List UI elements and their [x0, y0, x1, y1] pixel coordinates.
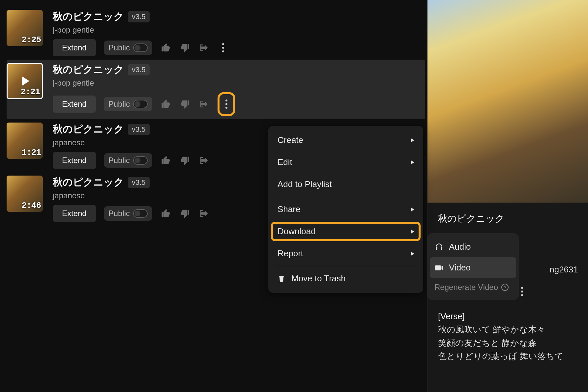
- thumbs-up-icon[interactable]: [160, 98, 171, 110]
- song-thumbnail[interactable]: 1:21: [7, 123, 43, 159]
- lyrics-block: [Verse] 秋の風吹いて 鮮やかな木々 笑顔の友だちと 静かな森 色とりどり…: [438, 310, 588, 363]
- song-tags: j-pop gentle: [53, 78, 235, 88]
- download-submenu: Audio Video Regenerate Video ?: [427, 233, 519, 300]
- version-badge: v3.5: [128, 64, 150, 75]
- chevron-right-icon: [411, 207, 414, 212]
- song-tags: japanese: [53, 191, 210, 200]
- detail-panel: 秋のピクニック ng2631 [Verse] 秋の風吹いて 鮮やかな木々 笑顔の…: [427, 0, 588, 392]
- thumbs-down-icon[interactable]: [179, 155, 191, 166]
- video-icon: [434, 263, 444, 272]
- chevron-right-icon: [411, 251, 414, 256]
- duration-label: 2:46: [22, 201, 41, 210]
- menu-create[interactable]: Create: [268, 129, 423, 151]
- submenu-audio[interactable]: Audio: [427, 237, 519, 257]
- chevron-right-icon: [411, 138, 414, 143]
- version-badge: v3.5: [128, 124, 150, 135]
- more-button-highlighted[interactable]: [218, 92, 235, 116]
- submenu-video-hovered[interactable]: Video: [430, 257, 516, 278]
- public-toggle[interactable]: Public: [104, 97, 152, 111]
- duration-label: 1:21: [22, 148, 41, 157]
- chevron-right-icon: [411, 160, 414, 165]
- menu-separator: [276, 197, 416, 197]
- duration-label: 2:21: [21, 87, 40, 97]
- version-badge: v3.5: [128, 177, 150, 188]
- share-icon[interactable]: [198, 208, 210, 219]
- toggle-switch-icon[interactable]: [133, 43, 148, 52]
- context-menu: Create Edit Add to Playlist Share Downlo…: [268, 126, 423, 293]
- share-icon[interactable]: [198, 98, 210, 110]
- lyrics-line: 笑顔の友だちと 静かな森: [438, 336, 588, 350]
- detail-title: 秋のピクニック: [438, 212, 588, 225]
- song-thumbnail[interactable]: 2:25: [7, 10, 43, 46]
- song-tags: japanese: [53, 138, 210, 147]
- extend-button[interactable]: Extend: [53, 96, 96, 113]
- version-badge: v3.5: [128, 11, 150, 22]
- detail-cover-image: [427, 0, 588, 203]
- thumbs-down-icon[interactable]: [179, 98, 191, 110]
- menu-separator: [276, 266, 416, 266]
- public-toggle[interactable]: Public: [104, 153, 152, 168]
- thumbs-up-icon[interactable]: [160, 42, 171, 53]
- song-item[interactable]: 2:25 秋のピクニック v3.5 j-pop gentle Extend Pu…: [7, 7, 425, 60]
- submenu-regenerate[interactable]: Regenerate Video ?: [427, 278, 519, 296]
- menu-download-highlighted[interactable]: Download: [268, 220, 423, 242]
- thumbs-up-icon[interactable]: [160, 208, 171, 219]
- menu-edit[interactable]: Edit: [268, 151, 423, 173]
- public-toggle[interactable]: Public: [104, 41, 152, 55]
- lyrics-line: 秋の風吹いて 鮮やかな木々: [438, 323, 588, 336]
- thumbs-down-icon[interactable]: [179, 42, 191, 53]
- song-title: 秋のピクニック: [53, 123, 124, 136]
- menu-share[interactable]: Share: [268, 198, 423, 220]
- song-thumbnail[interactable]: 2:21: [7, 63, 43, 99]
- song-thumbnail[interactable]: 2:46: [7, 176, 43, 212]
- song-tags: j-pop gentle: [53, 25, 229, 35]
- trash-icon: [278, 274, 285, 283]
- toggle-switch-icon[interactable]: [133, 156, 148, 165]
- song-title: 秋のピクニック: [53, 10, 124, 23]
- share-icon[interactable]: [198, 42, 210, 53]
- extend-button[interactable]: Extend: [53, 39, 96, 56]
- toggle-switch-icon[interactable]: [133, 209, 148, 218]
- menu-trash[interactable]: Move to Trash: [268, 267, 423, 290]
- headphones-icon: [434, 242, 444, 252]
- thumbs-up-icon[interactable]: [160, 155, 171, 166]
- chevron-right-icon: [411, 229, 414, 234]
- song-title: 秋のピクニック: [53, 176, 124, 189]
- song-item-selected[interactable]: 2:21 秋のピクニック v3.5 j-pop gentle Extend Pu…: [7, 60, 425, 119]
- thumbs-down-icon[interactable]: [179, 208, 191, 219]
- more-icon[interactable]: [218, 42, 229, 53]
- duration-label: 2:25: [22, 35, 41, 45]
- extend-button[interactable]: Extend: [53, 205, 96, 222]
- toggle-switch-icon[interactable]: [133, 100, 148, 108]
- share-icon[interactable]: [198, 155, 210, 166]
- extend-button[interactable]: Extend: [53, 152, 96, 169]
- help-icon: ?: [501, 284, 509, 291]
- lyrics-line: 色とりどりの葉っぱ 舞い落ちて: [438, 350, 588, 363]
- lyrics-section-header: [Verse]: [438, 310, 588, 323]
- public-toggle[interactable]: Public: [104, 206, 152, 221]
- song-title: 秋のピクニック: [53, 63, 124, 76]
- menu-report[interactable]: Report: [268, 242, 423, 265]
- menu-add-playlist[interactable]: Add to Playlist: [268, 173, 423, 195]
